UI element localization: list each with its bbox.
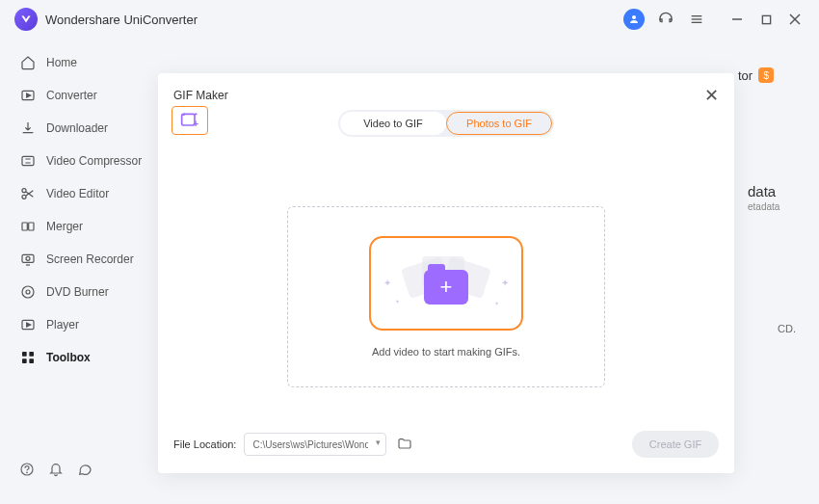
main-layout: Home Converter Downloader Video Compress… xyxy=(0,39,819,504)
converter-icon xyxy=(19,87,37,104)
titlebar-left: Wondershare UniConverter xyxy=(14,8,198,31)
bell-icon[interactable] xyxy=(48,462,64,479)
modal-body: Video to GIF Photos to GIF + ✦✦ ✦✦ xyxy=(173,106,719,419)
sidebar-item-compressor[interactable]: Video Compressor xyxy=(15,145,79,177)
app-logo xyxy=(14,8,38,31)
sidebar-item-editor[interactable]: Video Editor xyxy=(15,177,79,210)
add-file-icon: + xyxy=(180,112,199,129)
close-icon[interactable]: ✕ xyxy=(704,85,719,106)
modal-footer: File Location: ▾ Create GIF xyxy=(173,419,719,458)
svg-rect-14 xyxy=(29,223,34,230)
svg-point-16 xyxy=(26,256,30,260)
svg-point-12 xyxy=(22,195,26,199)
download-icon xyxy=(19,119,37,137)
modal-title: GIF Maker xyxy=(173,89,228,102)
compress-icon xyxy=(19,152,37,170)
create-gif-button[interactable]: Create GIF xyxy=(632,431,719,458)
svg-marker-9 xyxy=(27,93,31,97)
dropzone[interactable]: + ✦✦ ✦✦ Add video to start making GIFs. xyxy=(287,206,605,387)
svg-rect-10 xyxy=(22,156,34,165)
scissors-icon xyxy=(19,185,37,202)
bg-subtext: etadata xyxy=(748,201,796,212)
minimize-button[interactable] xyxy=(727,10,747,29)
merge-icon xyxy=(19,218,37,235)
file-location-input[interactable] xyxy=(244,433,386,456)
folder-icon xyxy=(397,437,412,452)
window-controls xyxy=(727,10,805,29)
file-location-label: File Location: xyxy=(173,438,236,450)
svg-rect-5 xyxy=(762,15,770,23)
play-icon xyxy=(19,316,37,333)
sidebar: Home Converter Downloader Video Compress… xyxy=(0,39,79,504)
svg-rect-23 xyxy=(22,358,27,363)
dropzone-text: Add video to start making GIFs. xyxy=(372,346,520,358)
sidebar-item-toolbox[interactable]: Toolbox xyxy=(15,341,79,374)
tab-label: Video to GIF xyxy=(363,118,423,129)
tab-label: Photos to GIF xyxy=(466,118,532,129)
svg-point-18 xyxy=(26,290,30,294)
add-file-button[interactable]: + xyxy=(172,106,208,135)
sidebar-item-home[interactable]: Home xyxy=(15,46,79,79)
menu-icon[interactable] xyxy=(687,10,706,29)
close-button[interactable] xyxy=(785,10,805,29)
plus-folder-icon: + xyxy=(424,270,468,305)
headset-icon[interactable] xyxy=(656,10,675,29)
file-location-input-wrap: ▾ xyxy=(244,433,386,456)
svg-point-0 xyxy=(632,15,636,19)
sidebar-item-dvd[interactable]: DVD Burner xyxy=(15,276,79,308)
bg-text: data xyxy=(748,183,796,199)
sidebar-item-label: Merger xyxy=(46,220,83,233)
sidebar-item-merger[interactable]: Merger xyxy=(15,210,79,243)
record-icon xyxy=(19,251,37,268)
svg-rect-15 xyxy=(22,254,34,262)
dollar-badge: $ xyxy=(758,67,774,83)
drop-add-button[interactable]: + ✦✦ ✦✦ xyxy=(369,236,523,331)
svg-point-26 xyxy=(27,472,28,473)
home-icon xyxy=(19,54,37,71)
tab-photos-to-gif[interactable]: Photos to GIF xyxy=(446,112,552,135)
svg-rect-13 xyxy=(22,223,27,230)
gif-maker-modal: GIF Maker ✕ + Video to GIF Photos to GIF xyxy=(158,73,734,473)
sidebar-item-downloader[interactable]: Downloader xyxy=(15,112,79,145)
sidebar-item-player[interactable]: Player xyxy=(15,308,79,341)
bg-card-smartcreator: tor$ xyxy=(738,46,796,104)
tabs: Video to GIF Photos to GIF xyxy=(338,110,554,137)
tab-video-to-gif[interactable]: Video to GIF xyxy=(340,112,446,135)
app-title: Wondershare UniConverter xyxy=(45,13,198,27)
sidebar-item-label: Player xyxy=(46,318,79,332)
user-icon[interactable] xyxy=(623,9,645,30)
sidebar-bottom xyxy=(15,452,79,496)
svg-text:+: + xyxy=(193,119,198,130)
modal-header: GIF Maker ✕ xyxy=(173,85,719,106)
help-icon[interactable] xyxy=(19,462,35,479)
bg-card-metadata: dataetadata xyxy=(748,183,796,212)
svg-marker-20 xyxy=(27,323,31,327)
sidebar-item-label: Home xyxy=(46,56,77,69)
svg-rect-22 xyxy=(29,352,34,357)
browse-folder-button[interactable] xyxy=(394,434,415,455)
bg-card-cd: CD. xyxy=(778,323,796,334)
svg-point-17 xyxy=(22,286,34,298)
svg-rect-21 xyxy=(22,352,27,357)
content-area: tor$ dataetadata CD. GIF Maker ✕ + Video… xyxy=(79,39,819,504)
maximize-button[interactable] xyxy=(756,10,776,29)
svg-rect-24 xyxy=(29,358,34,363)
folder-stack-icon: + ✦✦ ✦✦ xyxy=(403,256,489,310)
bg-text: tor xyxy=(738,68,753,83)
sidebar-item-converter[interactable]: Converter xyxy=(15,79,79,112)
grid-icon xyxy=(19,349,37,366)
dvd-icon xyxy=(19,283,37,301)
titlebar-right xyxy=(623,9,805,30)
titlebar: Wondershare UniConverter xyxy=(0,0,819,39)
sidebar-item-recorder[interactable]: Screen Recorder xyxy=(15,243,79,276)
svg-point-11 xyxy=(22,189,26,193)
